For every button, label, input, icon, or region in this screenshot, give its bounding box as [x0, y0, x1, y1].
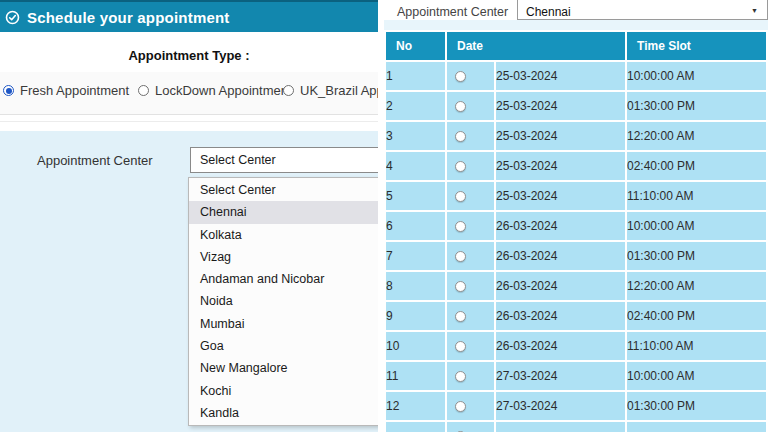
- slot-radio[interactable]: [455, 161, 466, 172]
- slot-date: 26-03-2024: [496, 332, 625, 360]
- slot-time: 12:20:00 AM: [627, 272, 766, 300]
- slot-date: 26-03-2024: [496, 302, 625, 330]
- slot-date: 25-03-2024: [496, 62, 625, 90]
- slot-radio[interactable]: [455, 401, 466, 412]
- slot-no: 4: [386, 152, 445, 180]
- slot-no: 12: [386, 392, 445, 420]
- slot-no: [386, 422, 445, 432]
- slot-radio-cell: [447, 152, 494, 180]
- center-select[interactable]: Chennai ▼: [517, 0, 768, 20]
- slot-radio[interactable]: [455, 71, 466, 82]
- slot-no: 7: [386, 242, 445, 270]
- dropdown-option[interactable]: Kolkata: [189, 224, 378, 246]
- slot-radio[interactable]: [455, 251, 466, 262]
- slot-date: 25-03-2024: [496, 152, 625, 180]
- slot-radio-cell: [447, 302, 494, 330]
- appointment-type-group: Fresh Appointment LockDown Appointment U…: [0, 72, 378, 115]
- radio-icon: [283, 85, 294, 96]
- slot-time: [627, 422, 766, 432]
- dropdown-option[interactable]: Goa: [189, 335, 378, 357]
- time-slots-panel: Appointment Center Chennai ▼ No Date Tim…: [384, 0, 768, 432]
- slot-radio-cell: [447, 122, 494, 150]
- slot-radio[interactable]: [455, 191, 466, 202]
- appointment-type-label: Appointment Type :: [0, 48, 378, 63]
- slot-time: 12:20:00 AM: [627, 122, 766, 150]
- page-title: Schedule your appointment: [27, 9, 230, 26]
- radio-label: LockDown Appointment: [155, 83, 292, 98]
- dropdown-option[interactable]: Mumbai: [189, 313, 378, 335]
- dropdown-option[interactable]: Select Center: [189, 179, 378, 201]
- slot-time: 02:40:00 PM: [627, 152, 766, 180]
- slot-radio[interactable]: [455, 131, 466, 142]
- col-header-no: No: [386, 32, 445, 60]
- col-header-date: Date: [447, 32, 625, 60]
- slot-radio-cell: [447, 182, 494, 210]
- slot-no: 2: [386, 92, 445, 120]
- slot-radio-cell: [447, 272, 494, 300]
- slot-row: 4 25-03-2024 02:40:00 PM: [386, 152, 766, 180]
- slot-date: 25-03-2024: [496, 182, 625, 210]
- slot-row: 1 25-03-2024 10:00:00 AM: [386, 62, 766, 90]
- slot-radio[interactable]: [455, 311, 466, 322]
- radio-icon: [138, 85, 149, 96]
- slot-date: 25-03-2024: [496, 92, 625, 120]
- slot-time: 11:10:00 AM: [627, 332, 766, 360]
- appointment-type-radio[interactable]: UK_Brazil Appo: [283, 83, 378, 98]
- slot-time: 10:00:00 AM: [627, 212, 766, 240]
- slot-row: 5 25-03-2024 11:10:00 AM: [386, 182, 766, 210]
- radio-label: UK_Brazil Appo: [300, 83, 378, 98]
- dropdown-option[interactable]: Kandla: [189, 402, 378, 424]
- slot-radio-cell: [447, 62, 494, 90]
- appointment-scheduler-panel: Schedule your appointment Appointment Ty…: [0, 0, 378, 432]
- slot-row: 6 26-03-2024 10:00:00 AM: [386, 212, 766, 240]
- slot-no: 9: [386, 302, 445, 330]
- slot-radio-cell: [447, 422, 494, 432]
- clock-check-icon: [5, 10, 20, 25]
- appointment-type-radio[interactable]: LockDown Appointment: [138, 83, 292, 98]
- center-dropdown-list: Select Center Chennai Kolkata Vizag Anda…: [188, 177, 378, 426]
- dropdown-option[interactable]: New Mangalore: [189, 357, 378, 379]
- slot-radio-cell: [447, 212, 494, 240]
- slot-radio[interactable]: [455, 371, 466, 382]
- slots-table-header-row: No Date Time Slot: [386, 32, 766, 60]
- spacer-strip: [384, 20, 768, 30]
- center-select[interactable]: Select Center: [190, 147, 378, 173]
- slot-date: 26-03-2024: [496, 272, 625, 300]
- dropdown-option[interactable]: Vizag: [189, 246, 378, 268]
- slot-radio[interactable]: [455, 221, 466, 232]
- slot-row: 12 27-03-2024 01:30:00 PM: [386, 392, 766, 420]
- slot-row: [386, 422, 766, 432]
- radio-label: Fresh Appointment: [20, 83, 129, 98]
- slot-radio-cell: [447, 92, 494, 120]
- slot-no: 10: [386, 332, 445, 360]
- slot-date: 26-03-2024: [496, 212, 625, 240]
- appointment-center-label: Appointment Center: [37, 153, 153, 168]
- slot-row: 11 27-03-2024 10:00:00 AM: [386, 362, 766, 390]
- dropdown-option[interactable]: Kochi: [189, 380, 378, 402]
- slot-row: 10 26-03-2024 11:10:00 AM: [386, 332, 766, 360]
- dropdown-option[interactable]: Andaman and Nicobar: [189, 268, 378, 290]
- slot-time: 01:30:00 PM: [627, 92, 766, 120]
- slot-radio-cell: [447, 332, 494, 360]
- screen: Schedule your appointment Appointment Ty…: [0, 0, 768, 432]
- slot-time: 10:00:00 AM: [627, 362, 766, 390]
- slot-date: 26-03-2024: [496, 242, 625, 270]
- slot-radio[interactable]: [455, 281, 466, 292]
- slot-radio-cell: [447, 362, 494, 390]
- slot-date: [496, 422, 625, 432]
- slot-radio[interactable]: [455, 101, 466, 112]
- slot-time: 02:40:00 PM: [627, 302, 766, 330]
- slot-time: 01:30:00 PM: [627, 392, 766, 420]
- slot-no: 8: [386, 272, 445, 300]
- slot-row: 7 26-03-2024 01:30:00 PM: [386, 242, 766, 270]
- slot-time: 01:30:00 PM: [627, 242, 766, 270]
- slot-radio[interactable]: [455, 341, 466, 352]
- slot-no: 11: [386, 362, 445, 390]
- dropdown-option[interactable]: Noida: [189, 290, 378, 312]
- panel-header: Schedule your appointment: [0, 0, 378, 32]
- slot-no: 5: [386, 182, 445, 210]
- slot-time: 11:10:00 AM: [627, 182, 766, 210]
- appointment-type-radio[interactable]: Fresh Appointment: [3, 83, 129, 98]
- dropdown-option[interactable]: Chennai: [189, 201, 378, 223]
- section-divider: [0, 121, 378, 122]
